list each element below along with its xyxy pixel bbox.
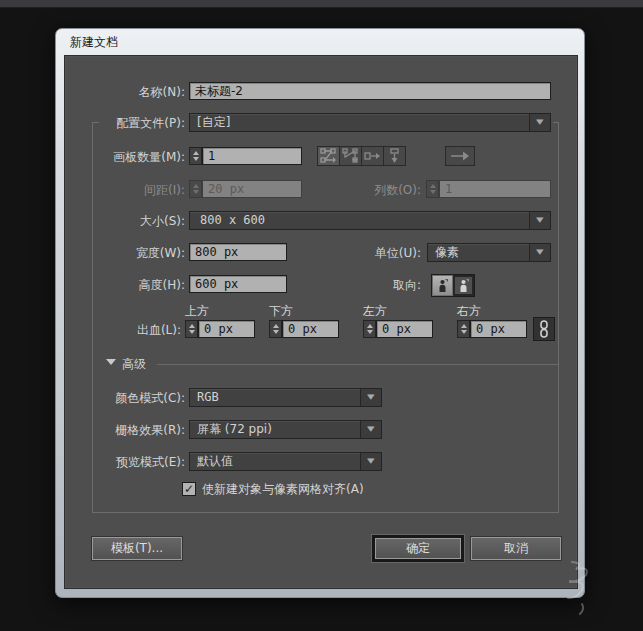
stepper-down-icon <box>427 189 438 197</box>
raster-effects-value: 屏幕 (72 ppi) <box>197 421 272 438</box>
height-input[interactable] <box>189 275 287 293</box>
dropdown-arrow-icon[interactable]: ▼ <box>360 453 381 470</box>
name-input[interactable] <box>189 82 551 100</box>
align-pixel-grid-label[interactable]: 使新建对象与像素网格对齐(A) <box>202 480 364 498</box>
dropdown-arrow-icon[interactable]: ▼ <box>360 389 381 406</box>
group-box-border <box>92 122 93 512</box>
stepper-down-icon[interactable] <box>186 329 197 337</box>
stepper-down-icon <box>190 189 201 197</box>
orientation-landscape-face <box>455 277 472 294</box>
profile-dropdown[interactable]: [自定] ▼ <box>189 113 551 132</box>
color-mode-value: RGB <box>197 389 219 406</box>
bleed-right-label: 右方 <box>457 302 481 320</box>
columns-label: 列数(O): <box>374 181 421 199</box>
size-label: 大小(S): <box>140 212 185 230</box>
arrange-by-row-button <box>361 146 384 166</box>
artboards-stepper[interactable] <box>189 147 202 165</box>
orientation-label: 取向: <box>393 276 421 294</box>
color-mode-dropdown[interactable]: RGB ▼ <box>189 388 382 407</box>
profile-value: [自定] <box>197 114 230 131</box>
size-dropdown[interactable]: 800 x 600 ▼ <box>189 211 551 230</box>
advanced-divider <box>157 364 559 365</box>
arrange-by-column-icon <box>386 148 403 164</box>
ok-button[interactable]: 确定 <box>375 538 461 559</box>
width-label: 宽度(W): <box>136 244 185 262</box>
raster-effects-dropdown[interactable]: 屏幕 (72 ppi) ▼ <box>189 420 382 439</box>
portrait-person-icon <box>436 278 449 293</box>
chain-link-icon <box>538 320 550 338</box>
bleed-right-input[interactable] <box>470 320 527 338</box>
group-box-border <box>92 122 99 123</box>
grid-by-row-icon <box>320 148 337 164</box>
size-value: 800 x 600 <box>200 212 265 229</box>
advanced-disclosure-icon[interactable] <box>106 359 116 365</box>
bleed-bottom-input[interactable] <box>282 320 339 338</box>
spacing-stepper <box>189 180 202 198</box>
stepper-down-icon[interactable] <box>458 329 469 337</box>
bleed-label: 出血(L): <box>137 321 181 339</box>
dropdown-arrow-icon[interactable]: ▼ <box>529 114 550 131</box>
dropdown-arrow-icon[interactable]: ▼ <box>529 212 550 229</box>
grid-by-row-button <box>317 146 340 166</box>
artboards-input[interactable] <box>202 147 302 165</box>
preview-mode-dropdown[interactable]: 默认值 ▼ <box>189 452 382 471</box>
arrange-by-column-button <box>383 146 406 166</box>
align-pixel-grid-checkbox[interactable]: ✓ <box>182 482 196 496</box>
stepper-up-icon[interactable] <box>270 321 281 329</box>
right-arrow-icon <box>450 150 470 162</box>
stepper-up-icon[interactable] <box>190 148 201 156</box>
bleed-left-input[interactable] <box>376 320 433 338</box>
bleed-top-input[interactable] <box>198 320 255 338</box>
dialog-content-panel: 名称(N): 配置文件(P): [自定] ▼ 画板数量(M): <box>64 55 578 589</box>
grid-by-column-button <box>339 146 362 166</box>
width-input[interactable] <box>189 243 287 261</box>
stepper-down-icon[interactable] <box>364 329 375 337</box>
bleed-left-stepper[interactable] <box>363 320 376 338</box>
name-label: 名称(N): <box>139 83 185 101</box>
columns-input: 1 <box>439 180 551 198</box>
bleed-link-button[interactable] <box>533 317 555 341</box>
stepper-down-icon[interactable] <box>190 156 201 164</box>
grid-by-column-icon <box>342 148 359 164</box>
columns-stepper <box>426 180 439 198</box>
bleed-left-label: 左方 <box>363 302 387 320</box>
height-label: 高度(H): <box>139 276 185 294</box>
dropdown-arrow-icon[interactable]: ▼ <box>529 244 550 261</box>
stepper-up-icon[interactable] <box>364 321 375 329</box>
landscape-person-icon <box>457 278 470 293</box>
bleed-top-stepper[interactable] <box>185 320 198 338</box>
bleed-bottom-label: 下方 <box>269 302 293 320</box>
advanced-header[interactable]: 高级 <box>122 355 146 373</box>
artboards-label: 画板数量(M): <box>113 148 185 166</box>
stepper-down-icon[interactable] <box>270 329 281 337</box>
bleed-right-stepper[interactable] <box>457 320 470 338</box>
stepper-up-icon[interactable] <box>186 321 197 329</box>
units-dropdown[interactable]: 像素 ▼ <box>427 243 551 262</box>
group-box-border <box>92 512 559 513</box>
preview-mode-value: 默认值 <box>197 453 233 470</box>
bleed-bottom-stepper[interactable] <box>269 320 282 338</box>
stepper-up-icon <box>190 181 201 189</box>
template-button[interactable]: 模板(T)... <box>92 537 182 560</box>
dropdown-arrow-icon[interactable]: ▼ <box>360 421 381 438</box>
stepper-up-icon <box>427 181 438 189</box>
top-bar <box>0 0 643 8</box>
artboard-arrangement-group <box>317 146 405 166</box>
check-icon: ✓ <box>184 482 194 496</box>
raster-effects-label: 栅格效果(R): <box>115 421 185 439</box>
ok-button-default-ring: 确定 <box>371 534 465 563</box>
orientation-buttons <box>431 274 475 297</box>
profile-label: 配置文件(P): <box>116 114 185 132</box>
stepper-up-icon[interactable] <box>458 321 469 329</box>
group-box-border <box>558 122 559 512</box>
units-label: 单位(U): <box>375 244 421 262</box>
dialog-title[interactable]: 新建文档 <box>70 29 118 55</box>
orientation-portrait-button[interactable] <box>432 275 453 296</box>
bleed-top-label: 上方 <box>185 302 209 320</box>
arrange-by-row-icon <box>364 148 381 164</box>
color-mode-label: 颜色模式(C): <box>115 389 185 407</box>
spacing-label: 间距(I): <box>144 181 185 199</box>
orientation-landscape-button[interactable] <box>453 275 474 296</box>
cancel-button[interactable]: 取消 <box>471 537 561 560</box>
new-document-dialog: 新建文档 名称(N): 配置文件(P): [自定] ▼ 画板数量(M): <box>55 28 585 598</box>
